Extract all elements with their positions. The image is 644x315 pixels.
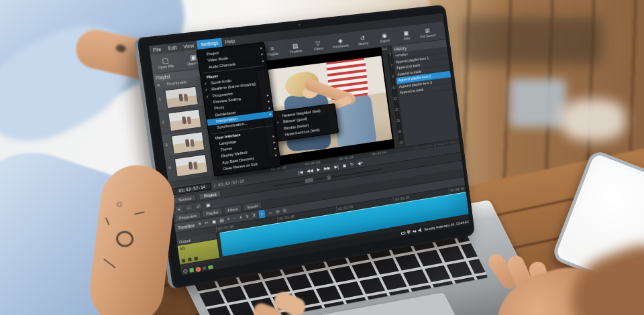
timeline-tool-button[interactable]: + <box>227 215 231 224</box>
timeline-tool-button[interactable]: ⟩⟨ <box>252 211 256 220</box>
open-file-button[interactable]: ▢ Open File <box>151 55 180 70</box>
timeline-tool-button[interactable]: ∧ <box>239 213 243 222</box>
sun-eye-tattoo: ☼ <box>114 197 126 209</box>
transport-button[interactable]: ▶▶ <box>323 164 331 172</box>
users-icon[interactable] <box>412 229 417 233</box>
webcam-dot <box>298 23 300 25</box>
line-tattoo <box>103 259 116 269</box>
clip-thumbnail[interactable] <box>171 131 205 154</box>
transport-button[interactable]: ▶ <box>317 165 321 174</box>
toolbar-button[interactable]: ⊞ Full Screen <box>416 26 439 39</box>
timeline-tool-button[interactable]: ◎ <box>275 207 280 216</box>
volume-icon[interactable] <box>418 228 421 233</box>
toolbar-button[interactable]: ◈ Keyframes <box>329 36 352 49</box>
toolbar-button[interactable]: ▽ Filters <box>306 38 330 52</box>
laptop-screen: FileEditViewSettingsHelp ▢ Open File ▣ O… <box>149 13 470 275</box>
panel-tool-button[interactable]: + <box>174 205 183 213</box>
battery-icon[interactable] <box>400 231 405 235</box>
white-cloth-blur <box>561 99 625 141</box>
toolbar-button[interactable]: ◉ Export <box>373 31 396 44</box>
transport-button[interactable]: ↻ <box>350 160 354 169</box>
toolbar-button[interactable]: ▣ Jobs <box>394 28 417 41</box>
blue-box-blur <box>510 79 566 127</box>
clip-thumbnail[interactable] <box>174 154 208 177</box>
clip-thumbnail[interactable] <box>168 109 202 131</box>
toolbar-button[interactable]: ▤ Timeline <box>283 41 307 54</box>
tattoo-mark <box>115 44 127 53</box>
line-tattoo <box>105 217 110 225</box>
shelf-blur <box>462 17 602 64</box>
circle-tattoo <box>115 230 135 248</box>
transport-button[interactable]: ▣ <box>342 161 347 170</box>
start-menu-icon[interactable] <box>183 269 188 273</box>
app-launcher-icon[interactable] <box>189 268 194 273</box>
timeline-tool-button[interactable]: ≡ <box>198 220 202 229</box>
timeline-tool-button[interactable]: ∨ <box>245 212 249 220</box>
zoom-slider-handle[interactable] <box>305 178 313 183</box>
transport-button[interactable]: ▶| <box>333 162 339 171</box>
update-shield-icon[interactable] <box>407 230 410 235</box>
ubuntu-icon[interactable] <box>195 266 201 271</box>
timeline-tool-button[interactable]: − <box>233 214 237 223</box>
panel-tool-button[interactable]: ▣ <box>204 200 213 208</box>
transport-button[interactable]: ◀» <box>357 159 364 168</box>
line-tattoo <box>134 211 145 215</box>
timeline-tool-button[interactable]: ✂ <box>204 218 209 227</box>
photo-scene: FileEditViewSettingsHelp ▢ Open File ▣ O… <box>0 0 644 315</box>
transport-button[interactable]: |◀ <box>298 168 303 176</box>
mute-icon[interactable] <box>188 257 192 261</box>
hide-icon[interactable] <box>194 257 198 261</box>
desktop-icon[interactable] <box>203 266 207 270</box>
panel-tool-button[interactable]: ✓ <box>194 202 203 210</box>
timeline-tool-button[interactable]: ◎ <box>282 206 287 214</box>
notification-dot <box>409 229 411 231</box>
lock-icon[interactable] <box>182 259 186 263</box>
clip-thumbnail[interactable] <box>164 86 199 109</box>
panel-tool-button[interactable]: − <box>184 204 193 212</box>
file-manager-icon[interactable] <box>208 265 213 269</box>
toolbar-button[interactable]: ↺ History <box>351 34 374 47</box>
transport-button[interactable]: ◀◀ <box>306 166 313 175</box>
